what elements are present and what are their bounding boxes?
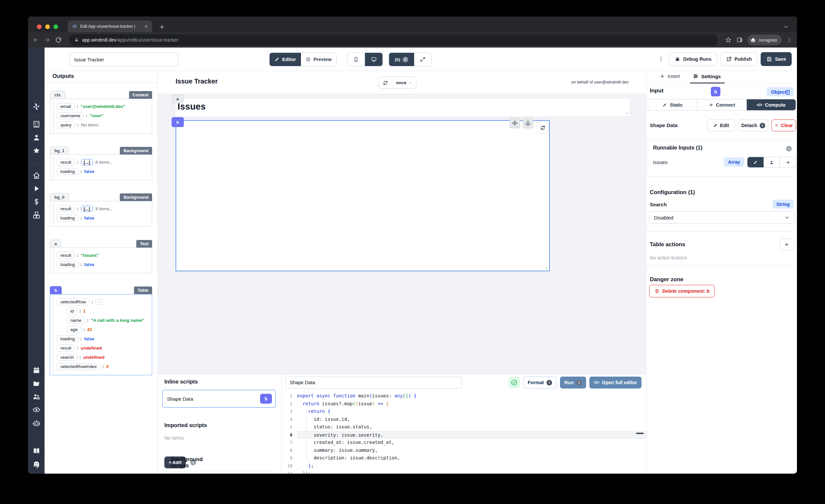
code-line-4[interactable]: 4 id: issue.id, [282, 416, 646, 424]
tab-insert[interactable]: Insert [660, 73, 680, 79]
desktop-view-button[interactable] [365, 53, 382, 66]
fullscreen-button[interactable] [414, 53, 431, 66]
code-line-3[interactable]: 3 return { [282, 408, 646, 416]
folder-icon[interactable] [32, 379, 41, 387]
output-node-id[interactable]: bg_1 [50, 147, 69, 155]
tab-close-icon[interactable] [144, 24, 149, 29]
inline-script-item[interactable]: Shape Data b [162, 390, 276, 408]
cubes-icon[interactable] [32, 211, 41, 219]
more-menu-icon[interactable] [658, 56, 664, 62]
static-mode-button[interactable]: Static [648, 99, 697, 110]
browser-tab[interactable]: Edit App u/user/issue-tracker | [68, 20, 152, 32]
output-key[interactable]: result [57, 252, 75, 259]
format-button[interactable]: Format i [523, 377, 557, 388]
back-icon[interactable] [33, 37, 39, 43]
value-chip[interactable]: [...] [81, 206, 93, 212]
output-key[interactable]: loading [57, 168, 79, 175]
hide-panels-toggle[interactable]: |0| i [389, 53, 414, 66]
browser-menu-icon[interactable] [786, 37, 792, 43]
mobile-view-button[interactable] [348, 53, 365, 66]
side-panel-icon[interactable] [736, 37, 743, 43]
refresh-app-button[interactable] [379, 77, 392, 88]
person-icon[interactable] [32, 133, 41, 142]
run-button[interactable]: Run i [560, 377, 586, 388]
issues-connect-button[interactable] [780, 157, 796, 167]
play-icon[interactable] [32, 185, 41, 193]
tab-search-icon[interactable] [783, 24, 789, 30]
resize-corner-icon[interactable] [543, 265, 547, 269]
value-chip[interactable]: [...] [81, 159, 93, 165]
component-refresh-button[interactable] [537, 122, 549, 134]
reload-icon[interactable] [55, 37, 62, 43]
component-a-text[interactable]: Issues [175, 99, 630, 116]
search-mode-select[interactable]: Disabled [649, 211, 795, 224]
building-icon[interactable] [32, 120, 41, 128]
window-minimize-button[interactable] [45, 24, 50, 29]
background-script-item[interactable]: Load Issues Background [162, 472, 276, 474]
code-line-5[interactable]: 5 status: issue.status, [282, 423, 646, 431]
delete-component-button[interactable]: Delete component: b [649, 285, 715, 297]
code-line-9[interactable]: 9 description: issue.description, [282, 454, 646, 462]
compute-mode-button[interactable]: </> Compute [747, 99, 796, 110]
code-line-1[interactable]: 1export async function main(issues: any[… [282, 392, 646, 400]
output-key[interactable]: name [67, 317, 85, 324]
component-b-label[interactable]: b [172, 117, 184, 127]
resize-corner-icon[interactable] [624, 111, 628, 115]
code-line-6[interactable]: 6 severity: issue.severity, [282, 431, 646, 439]
app-canvas[interactable]: a Issues b Inline scripts [158, 94, 646, 474]
issues-user-button[interactable] [764, 157, 780, 167]
output-key[interactable]: result [57, 205, 75, 212]
users-gear-icon[interactable] [32, 392, 41, 401]
output-node-id[interactable]: b [50, 286, 62, 294]
code-line-11[interactable]: 11 }); [282, 470, 646, 474]
app-name-input[interactable] [69, 53, 178, 66]
script-name-input[interactable] [286, 377, 462, 388]
windmill-logo-icon[interactable] [32, 102, 41, 111]
window-maximize-button[interactable] [54, 24, 58, 29]
component-b-table[interactable] [175, 120, 550, 271]
new-tab-button[interactable] [159, 24, 165, 30]
robot-icon[interactable] [32, 419, 41, 427]
dollar-icon[interactable] [32, 198, 41, 206]
tab-preview[interactable]: Preview [301, 53, 336, 66]
output-node-id[interactable]: ctx [50, 91, 65, 99]
eye-icon[interactable] [32, 406, 41, 414]
collapse-rail-icon[interactable] [32, 462, 40, 470]
value-chip[interactable]: - [95, 299, 103, 305]
github-icon[interactable] [32, 473, 41, 474]
move-handle[interactable] [510, 118, 520, 128]
output-node-id[interactable]: a [50, 240, 61, 248]
bookmark-star-icon[interactable] [725, 37, 732, 43]
output-key[interactable]: email [57, 103, 75, 110]
open-full-editor-button[interactable]: </> Open full editor [589, 377, 642, 388]
output-key[interactable]: selectedRowIndex [57, 363, 100, 370]
output-key[interactable]: age [67, 326, 81, 333]
output-key[interactable]: loading [57, 335, 79, 342]
calendar-icon[interactable] [32, 366, 41, 374]
code-editor[interactable]: 1export async function main(issues: any[… [282, 391, 646, 474]
add-table-action-button[interactable] [780, 239, 794, 250]
star-icon[interactable] [32, 147, 41, 155]
output-key[interactable]: loading [57, 215, 79, 221]
tab-settings[interactable]: Settings [693, 73, 721, 79]
url-bar[interactable]: app.windmill.dev/apps/edit/u/user/issue-… [69, 34, 718, 46]
detach-button[interactable]: Detach i [738, 120, 768, 131]
output-key[interactable]: loading [57, 261, 79, 268]
code-line-7[interactable]: 7 created_at: issue.created_at, [282, 439, 646, 447]
tab-editor[interactable]: Editor [270, 53, 301, 66]
output-key[interactable]: result [57, 159, 75, 166]
output-key[interactable]: username [57, 112, 84, 119]
code-line-10[interactable]: 10 }; [282, 462, 646, 470]
output-node-id[interactable]: bg_0 [50, 193, 69, 201]
connect-mode-button[interactable]: Connect [697, 99, 746, 110]
output-key[interactable]: id [67, 308, 78, 314]
anchor-handle[interactable] [523, 118, 533, 128]
code-line-8[interactable]: 8 summary: issue.summary, [282, 447, 646, 454]
issues-edit-button[interactable] [747, 157, 764, 167]
save-button[interactable]: Save [761, 52, 792, 66]
edit-script-button[interactable]: Edit [707, 120, 735, 131]
home-icon[interactable] [32, 171, 41, 179]
output-key[interactable]: search [57, 354, 78, 361]
component-a-label[interactable]: a [172, 94, 183, 103]
output-key[interactable]: query [57, 122, 75, 128]
